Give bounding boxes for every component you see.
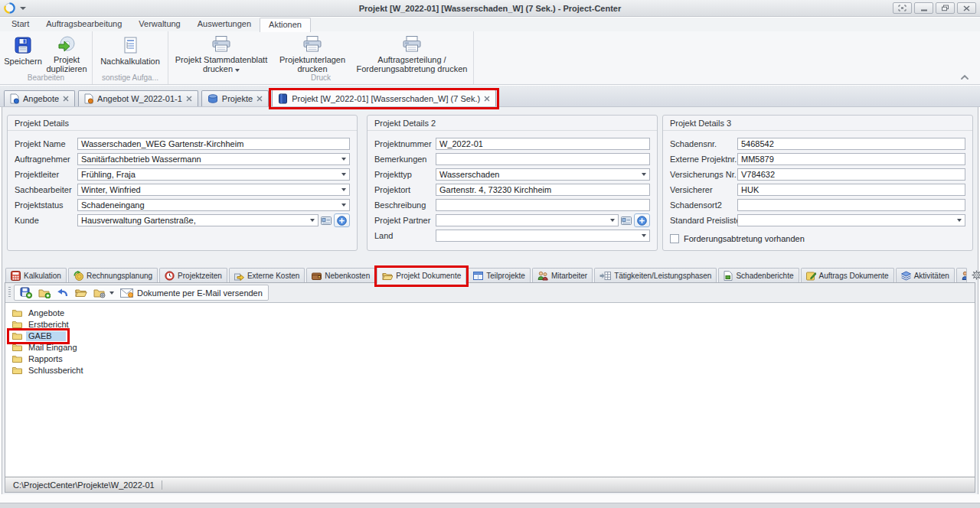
tab-kalkulation[interactable]: Kalkulation — [5, 268, 67, 283]
tree-item-rapports[interactable]: Rapports — [5, 353, 975, 365]
people-pair-icon — [962, 271, 967, 281]
ribbon-group-bearbeiten: Speichern Projekt duplizieren Bearbeiten — [0, 31, 93, 84]
panel-title: Projekt Details — [8, 116, 357, 131]
email-documents-button[interactable]: Dokumente per E-Mail versenden — [120, 288, 263, 298]
gear-icon[interactable] — [972, 270, 980, 280]
tab-angebote[interactable]: Angebote — [4, 90, 75, 106]
close-tab-icon[interactable] — [186, 96, 192, 102]
close-tab-icon[interactable] — [484, 96, 490, 102]
auftragnehmer-select[interactable]: Sanitärfachbetrieb Wassermann — [77, 153, 350, 165]
tab-nebenkosten[interactable]: Nebenkosten — [306, 268, 375, 283]
tab-label: Aktivitäten — [914, 272, 949, 280]
panel-projekt-details: Projekt Details Projekt Name Wasserschad… — [7, 115, 358, 251]
ribbon-tab-auftragsbearbeitung[interactable]: Auftragsbearbeitung — [38, 18, 130, 31]
tree-item-erstbericht[interactable]: Erstbericht — [5, 319, 975, 331]
stammdatenblatt-drucken-button[interactable]: Projekt Stammdatenblatt drucken — [171, 33, 272, 73]
ribbon-tab-bar: Start Auftragsbearbeitung Verwaltung Aus… — [0, 18, 980, 31]
style-button[interactable] — [893, 2, 912, 14]
ribbon-tab-start[interactable]: Start — [3, 18, 38, 31]
add-partner-button[interactable] — [634, 213, 650, 227]
tab-mitarbeiter[interactable]: Mitarbeiter — [532, 268, 593, 283]
tab-externe-kosten[interactable]: Externe Kosten — [229, 268, 305, 283]
beschreibung-input[interactable] — [436, 199, 650, 211]
field-label: Sachbearbeiter — [15, 185, 77, 194]
projektunterlagen-drucken-button[interactable]: Projektunterlagen drucken — [272, 33, 353, 73]
projektstatus-select[interactable]: Schadeneingang — [77, 199, 350, 211]
versicherungs-nr-input[interactable]: V784632 — [737, 168, 965, 181]
nachkalkulation-button[interactable]: Nachkalkulation — [95, 33, 165, 73]
externe-projektnr-input[interactable]: MM5879 — [737, 153, 965, 165]
restore-button[interactable] — [936, 2, 955, 14]
projektleiter-select[interactable]: Frühling, Fraja — [77, 168, 350, 181]
floppy-disk-icon — [14, 35, 32, 55]
field-label: Projektleiter — [15, 170, 77, 179]
tab-angebot-w-2022-01-1[interactable]: Angebot W_2022-01-1 — [78, 90, 198, 106]
versicherer-input[interactable]: HUK — [737, 184, 965, 196]
tab-teilprojekte[interactable]: Teilprojekte — [468, 268, 531, 283]
tab-projekt-k[interactable]: Projekt K — [956, 268, 967, 283]
quick-access-dropdown-icon[interactable] — [20, 7, 26, 10]
window-bottom-padding — [0, 494, 980, 503]
tree-item-schlussbericht[interactable]: Schlussbericht — [5, 365, 975, 376]
schadensnr-input[interactable]: 5468542 — [737, 138, 965, 150]
contact-card-icon[interactable] — [321, 217, 332, 225]
documents-toolbar: Dokumente per E-Mail versenden — [5, 283, 975, 302]
projektort-input[interactable]: Gartenstr. 4, 73230 Kirchheim — [436, 184, 650, 196]
forderungsabtretung-checkbox[interactable] — [670, 234, 679, 243]
tab-auftrags-dokumente[interactable]: Auftrags Dokumente — [801, 268, 894, 283]
projektnummer-input[interactable]: W_2022-01 — [436, 138, 650, 150]
folder-settings-icon[interactable] — [93, 288, 114, 298]
bemerkungen-input[interactable] — [436, 153, 650, 165]
close-tab-icon[interactable] — [256, 96, 263, 102]
tab-label: Teilprojekte — [486, 272, 525, 280]
tab-taetigkeiten-leistungsphasen[interactable]: Tätigkeiten/Leistungsphasen — [594, 268, 717, 283]
tree-item-angebote[interactable]: Angebote — [5, 308, 975, 319]
save-add-icon[interactable] — [20, 287, 32, 298]
open-folder-icon[interactable] — [75, 288, 87, 298]
projekt-duplizieren-button[interactable]: Projekt duplizieren — [44, 33, 90, 73]
projekt-partner-select[interactable] — [436, 214, 619, 226]
tab-projekt-w-2022-01[interactable]: Projekt [W_2022-01] [Wasserschaden_W] (7… — [272, 90, 496, 106]
arrow-grid-icon — [599, 271, 611, 281]
ribbon-tab-verwaltung[interactable]: Verwaltung — [130, 18, 188, 31]
button-label: Auftragserteilung / Forderungsabtretung … — [353, 55, 471, 73]
tab-projekte[interactable]: Projekte — [201, 90, 269, 106]
button-label: Projekt duplizieren — [44, 55, 90, 73]
schadensort2-input[interactable] — [737, 199, 965, 211]
land-select[interactable] — [436, 230, 650, 242]
close-tab-icon[interactable] — [63, 96, 69, 102]
folder-icon — [12, 309, 22, 318]
tab-schadenberichte[interactable]: Schadenberichte — [718, 268, 799, 283]
field-label: Auftragnehmer — [15, 155, 77, 164]
tree-item-gaeb[interactable]: GAEB — [5, 331, 975, 342]
ribbon-tab-auswertungen[interactable]: Auswertungen — [189, 18, 260, 31]
detail-tab-bar: Kalkulation Rechnungsplanung Projektzeit… — [5, 266, 976, 283]
folder-add-icon[interactable] — [38, 288, 51, 298]
add-kunde-button[interactable] — [334, 213, 350, 227]
chevron-down-icon — [338, 169, 349, 180]
tab-projekt-dokumente[interactable]: Projekt Dokumente — [377, 267, 466, 284]
field-label: Projektnummer — [374, 139, 436, 148]
field-label: Projekt Partner — [374, 216, 436, 225]
panel-title: Projekt Details 3 — [663, 116, 972, 131]
projekt-name-input[interactable]: Wasserschaden_WEG Gartenstr-Kirchheim — [77, 138, 350, 150]
auftragserteilung-drucken-button[interactable]: Auftragserteilung / Forderungsabtretung … — [353, 33, 471, 73]
collapse-ribbon-button[interactable] — [960, 74, 969, 80]
field-label: Kunde — [15, 216, 77, 225]
close-button[interactable] — [957, 2, 976, 14]
ribbon-tab-aktionen[interactable]: Aktionen — [260, 18, 311, 32]
minimize-button[interactable] — [914, 2, 933, 14]
tab-projektzeiten[interactable]: Projektzeiten — [159, 268, 227, 283]
toolbar-grip[interactable] — [8, 287, 11, 298]
tree-item-mail-eingang[interactable]: Mail Eingang — [5, 342, 975, 353]
undo-arrow-icon[interactable] — [57, 288, 69, 298]
sachbearbeiter-select[interactable]: Winter, Winfried — [77, 184, 350, 196]
standard-preisliste-select[interactable] — [737, 214, 965, 226]
contact-card-icon[interactable] — [621, 217, 632, 225]
projekttyp-select[interactable]: Wasserschaden — [436, 168, 650, 181]
kunde-select[interactable]: Hausverwaltung Gartenstraße, — [77, 214, 318, 226]
checkbox-label: Forderungsabtretung vorhanden — [684, 234, 805, 243]
tab-aktivitaeten[interactable]: Aktivitäten — [896, 268, 955, 283]
tab-rechnungsplanung[interactable]: Rechnungsplanung — [68, 268, 158, 283]
speichern-button[interactable]: Speichern — [2, 33, 44, 73]
